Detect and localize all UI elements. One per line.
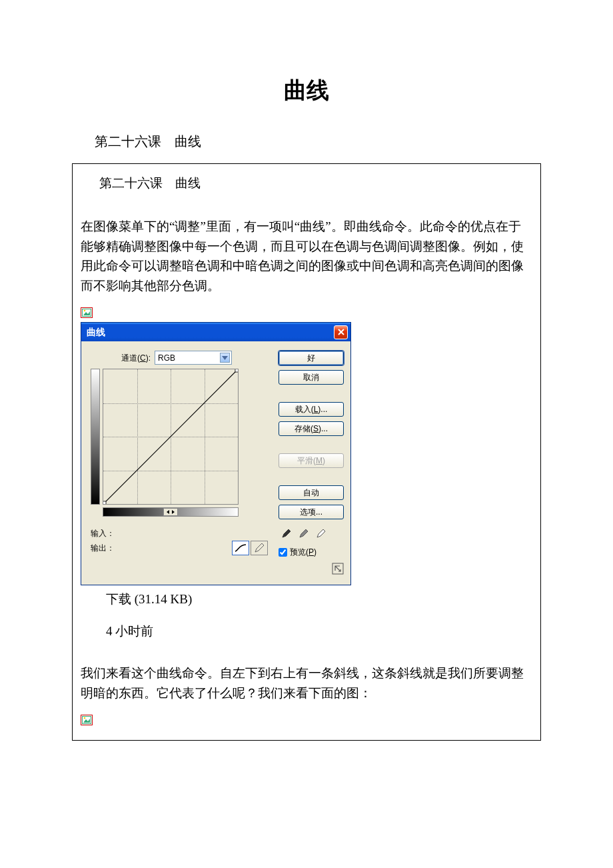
gray-eyedropper-icon[interactable] <box>299 528 309 539</box>
curve-grid[interactable] <box>103 369 239 505</box>
curves-dialog: 曲线 通道(C): RGB <box>81 322 351 585</box>
svg-point-9 <box>84 717 86 719</box>
cancel-button[interactable]: 取消 <box>279 370 344 385</box>
smooth-button: 平滑(M) <box>279 453 344 468</box>
eyedropper-row <box>279 528 344 539</box>
doc-title: 曲线 <box>72 73 541 107</box>
auto-button[interactable]: 自动 <box>279 485 344 500</box>
ok-button[interactable]: 好 <box>279 351 344 365</box>
pencil-tool[interactable] <box>251 541 268 555</box>
white-eyedropper-icon[interactable] <box>316 528 326 539</box>
svg-rect-5 <box>235 369 238 372</box>
dialog-titlebar: 曲线 <box>81 323 350 341</box>
preview-label: 预览(P) <box>290 546 316 558</box>
preview-checkbox[interactable] <box>279 548 287 557</box>
load-button[interactable]: 载入(L)... <box>279 402 344 417</box>
sub-heading: 第二十六课 曲线 <box>99 173 532 193</box>
missing-image-icon <box>81 307 93 318</box>
y-axis-gradient <box>91 369 100 505</box>
svg-line-3 <box>103 369 238 504</box>
dialog-title: 曲线 <box>87 325 105 339</box>
x-mid-toggle[interactable] <box>163 508 178 516</box>
download-info: 下载 (31.14 KB) <box>106 589 532 609</box>
channel-value: RGB <box>158 352 175 364</box>
channel-label: 通道(C): <box>121 352 151 364</box>
expand-icon[interactable] <box>332 563 344 578</box>
options-button[interactable]: 选项... <box>279 505 344 519</box>
close-button[interactable] <box>334 325 348 339</box>
paragraph-2: 我们来看这个曲线命令。自左下到右上有一条斜线，这条斜线就是我们所要调整明暗的东西… <box>81 663 532 703</box>
missing-image-icon <box>81 715 93 725</box>
svg-rect-4 <box>103 501 106 504</box>
lesson-heading: 第二十六课 曲线 <box>95 131 541 151</box>
black-eyedropper-icon[interactable] <box>281 528 292 539</box>
chevron-down-icon <box>220 353 230 363</box>
x-axis-gradient <box>103 507 239 517</box>
input-label: 输入： <box>91 527 115 539</box>
output-label: 输出： <box>91 542 115 554</box>
channel-select[interactable]: RGB <box>155 351 232 365</box>
content-box: 第二十六课 曲线 在图像菜单下的“调整”里面，有一项叫“曲线”。即曲线命令。此命… <box>72 163 541 741</box>
svg-point-2 <box>84 310 86 312</box>
save-button[interactable]: 存储(S)... <box>279 421 344 436</box>
paragraph-1: 在图像菜单下的“调整”里面，有一项叫“曲线”。即曲线命令。此命令的优点在于能够精… <box>81 217 532 295</box>
time-info: 4 小时前 <box>106 621 532 641</box>
curve-point-tool[interactable] <box>232 541 249 555</box>
